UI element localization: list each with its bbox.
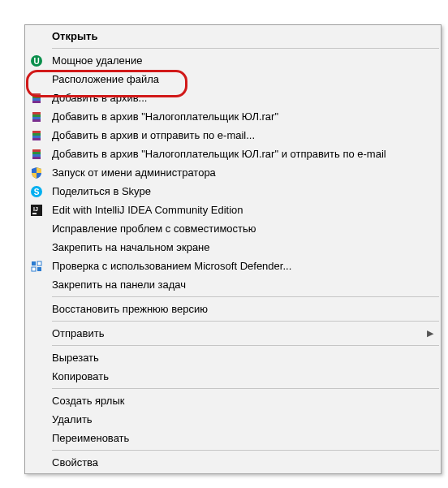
- svg-rect-25: [32, 267, 36, 271]
- menu-label: Вырезать: [52, 352, 435, 364]
- context-menu: Открыть U Мощное удаление Расположение ф…: [24, 24, 442, 474]
- svg-text:U: U: [33, 57, 39, 66]
- menu-item-shortcut[interactable]: Создать ярлык: [26, 391, 440, 410]
- blank-icon: [29, 29, 44, 44]
- blank-icon: [29, 369, 44, 384]
- separator: [52, 450, 439, 451]
- blank-icon: [29, 302, 44, 317]
- submenu-arrow-icon: ▶: [427, 328, 435, 339]
- menu-label: Исправление проблем с совместимостью: [52, 222, 435, 235]
- menu-label: Восстановить прежнюю версию: [52, 303, 435, 315]
- menu-item-send-to[interactable]: Отправить ▶: [26, 324, 440, 343]
- menu-item-add-email[interactable]: Добавить в архив и отправить по e-mail..…: [26, 126, 440, 145]
- svg-rect-26: [37, 267, 41, 271]
- winrar-icon: [29, 147, 44, 162]
- menu-label: Отправить: [52, 327, 427, 339]
- menu-item-open[interactable]: Открыть: [26, 27, 440, 45]
- svg-rect-3: [32, 93, 41, 96]
- svg-rect-4: [32, 96, 41, 98]
- svg-rect-16: [32, 152, 41, 154]
- menu-label: Переименовать: [52, 432, 435, 444]
- blank-icon: [29, 278, 44, 292]
- winrar-icon: [29, 110, 44, 124]
- winrar-icon: [29, 128, 44, 143]
- separator: [52, 296, 439, 297]
- blank-icon: [29, 394, 44, 408]
- blank-icon: [29, 431, 44, 446]
- menu-label: Мощное удаление: [52, 54, 435, 67]
- menu-item-copy[interactable]: Копировать: [26, 367, 440, 386]
- separator: [52, 345, 439, 346]
- menu-label: Свойства: [52, 456, 435, 469]
- blank-icon: [29, 72, 44, 87]
- menu-label: Добавить в архив "Налогоплательщик ЮЛ.ra…: [52, 110, 435, 123]
- menu-item-file-location[interactable]: Расположение файла: [26, 70, 440, 89]
- svg-rect-21: [32, 213, 37, 214]
- svg-rect-11: [32, 131, 41, 133]
- menu-item-add-rar[interactable]: Добавить в архив "Налогоплательщик ЮЛ.ra…: [26, 107, 440, 126]
- menu-label: Создать ярлык: [52, 395, 435, 407]
- svg-rect-13: [32, 136, 41, 138]
- menu-label: Поделиться в Skype: [52, 185, 435, 197]
- menu-label: Добавить в архив "Налогоплательщик ЮЛ.ra…: [52, 148, 435, 160]
- defender-icon: [29, 259, 44, 274]
- svg-rect-23: [32, 261, 36, 266]
- svg-rect-24: [37, 261, 41, 266]
- menu-item-defender[interactable]: Проверка с использованием Microsoft Defe…: [26, 257, 440, 275]
- blank-icon: [29, 456, 44, 470]
- menu-item-restore-version[interactable]: Восстановить прежнюю версию: [26, 300, 440, 318]
- winrar-icon: [29, 91, 44, 106]
- menu-label: Копировать: [52, 370, 435, 382]
- svg-text:S: S: [34, 188, 40, 196]
- menu-item-powerful-delete[interactable]: U Мощное удаление: [26, 51, 440, 70]
- menu-label: Расположение файла: [52, 73, 435, 85]
- menu-label: Edit with IntelliJ IDEA Community Editio…: [52, 204, 435, 216]
- svg-rect-17: [32, 154, 41, 157]
- menu-item-compat[interactable]: Исправление проблем с совместимостью: [26, 219, 440, 238]
- menu-item-properties[interactable]: Свойства: [26, 453, 440, 472]
- uninstall-icon: U: [29, 54, 44, 68]
- blank-icon: [29, 412, 44, 427]
- menu-label: Открыть: [52, 30, 435, 42]
- skype-icon: S: [29, 184, 44, 199]
- separator: [52, 48, 439, 49]
- intellij-icon: IJ: [29, 203, 44, 218]
- blank-icon: [29, 240, 44, 255]
- menu-label: Добавить в архив и отправить по e-mail..…: [52, 129, 435, 141]
- menu-item-intellij[interactable]: IJ Edit with IntelliJ IDEA Community Edi…: [26, 201, 440, 219]
- menu-label: Удалить: [52, 413, 435, 425]
- menu-item-pin-start[interactable]: Закрепить на начальном экране: [26, 238, 440, 257]
- svg-rect-5: [32, 98, 41, 101]
- menu-label: Закрепить на панели задач: [52, 279, 435, 291]
- menu-item-add-rar-email[interactable]: Добавить в архив "Налогоплательщик ЮЛ.ra…: [26, 145, 440, 163]
- separator: [52, 388, 439, 389]
- blank-icon: [29, 351, 44, 365]
- svg-rect-12: [32, 133, 41, 136]
- menu-label: Добавить в архив...: [52, 92, 435, 104]
- svg-rect-9: [32, 117, 41, 119]
- menu-label: Закрепить на начальном экране: [52, 241, 435, 253]
- menu-label: Запуск от имени администратора: [52, 166, 435, 179]
- separator: [52, 321, 439, 322]
- menu-item-pin-taskbar[interactable]: Закрепить на панели задач: [26, 275, 440, 294]
- menu-item-delete[interactable]: Удалить: [26, 410, 440, 429]
- shield-icon: [29, 166, 44, 180]
- menu-item-run-admin[interactable]: Запуск от имени администратора: [26, 163, 440, 182]
- menu-item-cut[interactable]: Вырезать: [26, 348, 440, 367]
- svg-rect-8: [32, 114, 41, 117]
- blank-icon: [29, 222, 44, 236]
- svg-rect-15: [32, 149, 41, 152]
- blank-icon: [29, 326, 44, 341]
- svg-rect-7: [32, 112, 41, 114]
- menu-item-rename[interactable]: Переименовать: [26, 429, 440, 447]
- menu-item-add-archive[interactable]: Добавить в архив...: [26, 89, 440, 107]
- menu-item-share-skype[interactable]: S Поделиться в Skype: [26, 182, 440, 201]
- menu-label: Проверка с использованием Microsoft Defe…: [52, 260, 435, 272]
- svg-text:IJ: IJ: [33, 206, 38, 212]
